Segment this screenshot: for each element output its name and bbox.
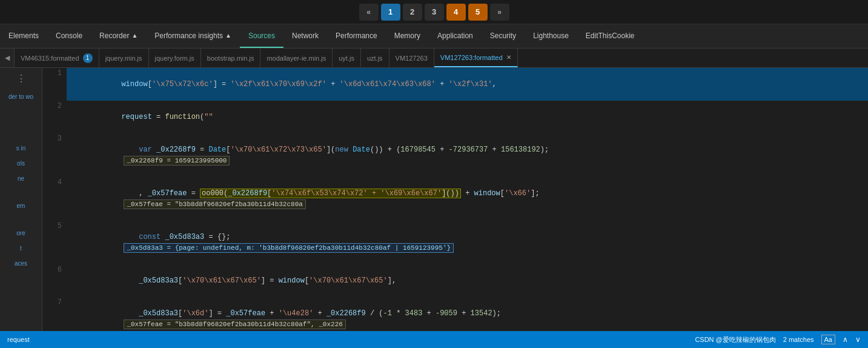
code-editor[interactable]: 1 window['\x75\x72\x6c'] = '\x2f\x61\x70…	[42, 68, 868, 331]
tab-memory[interactable]: Memory	[386, 24, 429, 48]
file-tab-uzt[interactable]: uzt.js	[361, 49, 389, 67]
sidebar-menu-dots[interactable]: ⋮	[0, 68, 42, 89]
tab-editthiscookie[interactable]: EditThisCookie	[577, 24, 643, 48]
file-tab-vm46315[interactable]: VM46315:formatted 1	[15, 49, 99, 67]
code-line-6: 6 _0x5d83a3['\x70\x61\x67\x65'] = window…	[42, 264, 868, 297]
page-3-btn[interactable]: 3	[425, 4, 444, 21]
file-tab-label: VM127263:formatted	[440, 54, 503, 61]
line-number: 1	[42, 68, 67, 101]
line-number: 5	[42, 221, 67, 264]
bottom-bar: request CSDN @爱吃辣椒的锅包肉 2 matches Aa ∧ ∨	[0, 331, 868, 348]
file-tab-label: uyt.js	[339, 55, 354, 62]
page-5-btn[interactable]: 5	[468, 4, 488, 21]
line-content: _0x5d83a3['\x6d'] = _0x57feae + '\u4e28'…	[67, 297, 868, 331]
line-7-annotation: _0x57feae = "b3b8d8f96820ef2ba30b11d4b32…	[124, 320, 345, 329]
code-table: 1 window['\x75\x72\x6c'] = '\x2f\x61\x70…	[42, 68, 868, 331]
file-tab-label: uzt.js	[367, 55, 383, 62]
tab-performance[interactable]: Performance	[327, 24, 386, 48]
file-tab-jquery-min[interactable]: jquery.min.js	[99, 49, 149, 67]
line-4-annotation: _0x57feae = "b3b8d8f96820ef2ba30b11d4b32…	[124, 199, 305, 209]
sidebar-item-0: der to wo	[0, 89, 42, 104]
line-number: 7	[42, 297, 67, 331]
file-tab-label: bootstrap.min.js	[207, 55, 254, 62]
file-tab-jquery-form[interactable]: jquery.form.js	[149, 49, 201, 67]
devtools-tab-bar: Elements Console Recorder▲ Performance i…	[0, 24, 868, 49]
file-tab-label: jquery.min.js	[105, 55, 142, 62]
line-number: 6	[42, 264, 67, 297]
sidebar-item-4: em	[0, 198, 42, 213]
file-tab-close-btn[interactable]: ✕	[506, 54, 511, 61]
sidebar-collapse-btn[interactable]: ◀	[0, 49, 15, 67]
sidebar-item-1: s in	[0, 141, 42, 156]
sidebar-item-3: ne	[0, 171, 42, 186]
sidebar-item-2: ols	[0, 156, 42, 171]
match-case-btn[interactable]: Aa	[821, 335, 835, 344]
page-1-btn[interactable]: 1	[381, 4, 400, 21]
code-line-1: 1 window['\x75\x72\x6c'] = '\x2f\x61\x70…	[42, 68, 868, 101]
file-tab-label: jquery.form.js	[155, 55, 194, 62]
sidebar-item-6: t	[0, 241, 42, 256]
current-scope-label: request	[7, 336, 30, 343]
watermark-text: CSDN @爱吃辣椒的锅包肉	[695, 335, 775, 344]
tab-sources[interactable]: Sources	[240, 24, 283, 48]
line-content: , _0x57feae = oo000(_0x2268f9['\x74\x6f\…	[67, 177, 868, 221]
line-content: _0x5d83a3['\x70\x61\x67\x65'] = window['…	[67, 264, 868, 297]
sidebar-item-7: aces	[0, 256, 42, 271]
breakpoint-count-badge: 1	[83, 53, 93, 63]
tab-recorder[interactable]: Recorder▲	[91, 24, 146, 48]
line-number: 3	[42, 133, 67, 177]
tab-lighthouse[interactable]: Lighthouse	[525, 24, 577, 48]
left-sidebar: ⋮ der to wo s in ols ne em ore t aces	[0, 68, 42, 331]
page-next-btn[interactable]: »	[490, 4, 509, 21]
code-line-3: 3 var _0x2268f9 = Date['\x70\x61\x72\x73…	[42, 133, 868, 177]
code-line-5: 5 const _0x5d83a3 = {}; _0x5d83a3 = {pag…	[42, 221, 868, 264]
line-5-annotation: _0x5d83a3 = {page: undefined, m: 'b3b8d8…	[124, 243, 454, 253]
matches-count: 2 matches	[783, 336, 814, 343]
line-number: 4	[42, 177, 67, 221]
bottom-bar-left: request	[7, 336, 30, 343]
file-tab-bootstrap[interactable]: bootstrap.min.js	[201, 49, 261, 67]
page-2-btn[interactable]: 2	[403, 4, 422, 21]
main-content: ⋮ der to wo s in ols ne em ore t aces 1 …	[0, 68, 868, 331]
line-content: request = function(""	[67, 101, 868, 133]
file-tab-vm127263[interactable]: VM127263	[389, 49, 434, 67]
tab-elements[interactable]: Elements	[0, 24, 47, 48]
bottom-bar-right: CSDN @爱吃辣椒的锅包肉 2 matches Aa ∧ ∨	[695, 335, 861, 344]
line-content: const _0x5d83a3 = {}; _0x5d83a3 = {page:…	[67, 221, 868, 264]
file-tab-uyt[interactable]: uyt.js	[333, 49, 361, 67]
code-line-4: 4 , _0x57feae = oo000(_0x2268f9['\x74\x6…	[42, 177, 868, 221]
line-content: var _0x2268f9 = Date['\x70\x61\x72\x73\x…	[67, 133, 868, 177]
line-number: 2	[42, 101, 67, 133]
tab-performance-insights[interactable]: Performance insights▲	[146, 24, 240, 48]
file-tab-vm127263-formatted[interactable]: VM127263:formatted ✕	[434, 49, 518, 67]
line-content: window['\x75\x72\x6c'] = '\x2f\x61\x70\x…	[67, 68, 868, 101]
page-4-btn[interactable]: 4	[446, 4, 466, 21]
tab-security[interactable]: Security	[482, 24, 525, 48]
oo000-highlight: oo000(_0x2268f9['\x74\x6f\x53\x74\x72' +…	[200, 189, 461, 198]
match-next-btn[interactable]: ∨	[855, 335, 861, 344]
code-line-2: 2 request = function(""	[42, 101, 868, 133]
pagination-bar: « 1 2 3 4 5 »	[0, 0, 868, 24]
file-tabs-bar: ◀ VM46315:formatted 1 jquery.min.js jque…	[0, 49, 868, 68]
perf-insights-icon: ▲	[225, 32, 231, 39]
match-prev-btn[interactable]: ∧	[843, 335, 848, 344]
file-tab-label: VM127263	[396, 55, 428, 62]
file-tab-label: VM46315:formatted	[21, 55, 79, 62]
tab-network[interactable]: Network	[283, 24, 327, 48]
page-prev-btn[interactable]: «	[359, 4, 379, 21]
sidebar-item-5: ore	[0, 226, 42, 241]
file-tab-modallayer[interactable]: modallayer-ie.min.js	[260, 49, 333, 67]
file-tab-label: modallayer-ie.min.js	[267, 55, 326, 62]
recorder-icon: ▲	[131, 32, 137, 39]
tab-console[interactable]: Console	[47, 24, 91, 48]
line-3-annotation: _0x2268f9 = 1659123995000	[124, 156, 230, 166]
code-line-7: 7 _0x5d83a3['\x6d'] = _0x57feae + '\u4e2…	[42, 297, 868, 331]
tab-application[interactable]: Application	[429, 24, 482, 48]
